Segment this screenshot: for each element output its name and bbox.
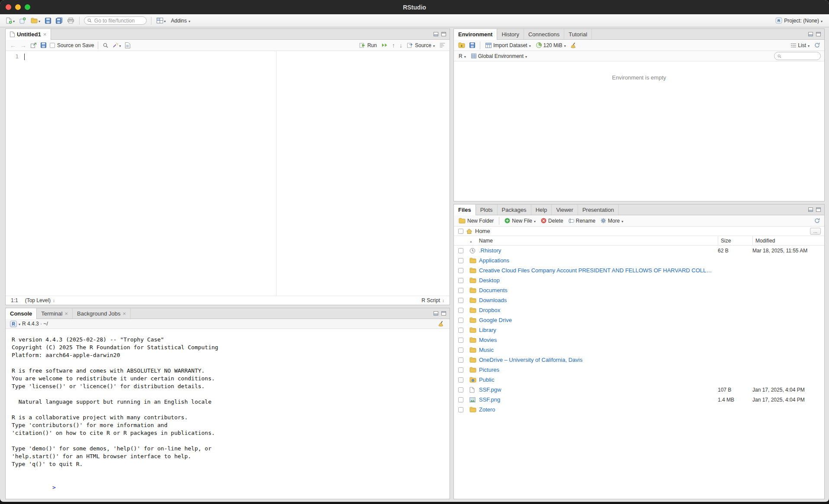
clear-console-icon[interactable] — [437, 320, 445, 328]
refresh-environment-icon[interactable] — [813, 41, 821, 49]
code-tools-icon[interactable] — [112, 41, 122, 49]
back-icon[interactable]: ← — [9, 42, 17, 49]
new-file-button[interactable] — [5, 16, 16, 25]
file-name-link[interactable]: Pictures — [479, 367, 718, 373]
scope-selector[interactable]: (Top Level) — [25, 297, 55, 303]
source-on-save-checkbox[interactable]: Source on Save — [50, 42, 94, 48]
breadcrumb-home[interactable]: Home — [475, 228, 490, 234]
display-mode-button[interactable]: List — [790, 41, 811, 49]
project-menu-button[interactable]: R Project: (None) — [774, 16, 824, 25]
file-checkbox[interactable] — [458, 338, 463, 343]
new-file-button[interactable]: New File — [503, 217, 537, 225]
console-body[interactable]: R version 4.4.3 (2025-02-28) -- "Trophy … — [6, 329, 450, 499]
refresh-files-icon[interactable] — [813, 217, 821, 224]
file-name-link[interactable]: SSF.png — [479, 396, 718, 403]
column-header-size[interactable]: Size — [718, 236, 752, 245]
file-checkbox[interactable] — [458, 308, 463, 313]
go-to-directory-button[interactable]: ... — [810, 228, 821, 235]
go-previous-section-icon[interactable]: ↑ — [391, 42, 396, 49]
file-checkbox[interactable] — [458, 387, 463, 392]
file-checkbox[interactable] — [458, 348, 463, 353]
file-name-link[interactable]: Movies — [479, 337, 718, 343]
tab-untitled1[interactable]: Untitled1 — [6, 29, 51, 40]
maximize-pane-icon[interactable] — [441, 311, 446, 316]
file-checkbox[interactable] — [458, 357, 463, 363]
column-header-modified[interactable]: Modified — [752, 236, 821, 245]
tab-help[interactable]: Help — [531, 204, 552, 215]
file-checkbox[interactable] — [458, 248, 463, 253]
file-name-link[interactable]: Zotero — [479, 406, 718, 413]
file-name-link[interactable]: Google Drive — [479, 317, 718, 323]
compile-report-icon[interactable] — [124, 41, 131, 49]
clear-environment-icon[interactable] — [570, 41, 578, 49]
file-name-link[interactable]: Dropbox — [479, 307, 718, 313]
tab-background-jobs[interactable]: Background Jobs — [73, 308, 131, 319]
sort-arrow-icon[interactable] — [469, 238, 472, 244]
tab-connections[interactable]: Connections — [524, 29, 564, 39]
tab-history[interactable]: History — [497, 29, 524, 39]
file-checkbox[interactable] — [458, 328, 463, 333]
file-checkbox[interactable] — [458, 268, 463, 273]
console-prompt[interactable]: > — [12, 476, 450, 499]
file-checkbox[interactable] — [458, 298, 463, 303]
find-replace-icon[interactable] — [102, 42, 109, 49]
save-workspace-icon[interactable] — [469, 41, 476, 49]
import-dataset-button[interactable]: Import Dataset — [484, 41, 532, 49]
maximize-pane-icon[interactable] — [441, 32, 446, 36]
tab-presentation[interactable]: Presentation — [578, 204, 619, 215]
forward-icon[interactable]: → — [19, 42, 27, 49]
file-name-link[interactable]: SSF.pgw — [479, 386, 718, 393]
file-name-link[interactable]: Library — [479, 327, 718, 333]
save-button[interactable] — [44, 17, 52, 25]
maximize-pane-icon[interactable] — [816, 207, 821, 212]
minimize-pane-icon[interactable] — [808, 207, 813, 212]
minimize-pane-icon[interactable] — [434, 32, 438, 36]
file-name-link[interactable]: Desktop — [479, 277, 718, 284]
file-name-link[interactable]: Music — [479, 347, 718, 353]
document-outline-icon[interactable] — [439, 42, 446, 48]
rename-button[interactable]: Rename — [567, 217, 597, 225]
r-version-menu[interactable]: R — [10, 321, 17, 327]
select-all-checkbox[interactable] — [458, 229, 463, 234]
tab-files[interactable]: Files — [454, 204, 476, 215]
file-name-link[interactable]: Applications — [479, 257, 718, 264]
column-header-name[interactable]: Name — [479, 236, 718, 245]
file-name-link[interactable]: .Rhistory — [479, 247, 718, 254]
file-checkbox[interactable] — [458, 258, 463, 263]
open-file-button[interactable] — [30, 16, 41, 25]
file-checkbox[interactable] — [458, 407, 463, 412]
new-folder-button[interactable]: New Folder — [457, 217, 495, 225]
run-button[interactable]: Run — [358, 41, 378, 49]
language-selector[interactable]: R — [457, 52, 467, 60]
file-name-link[interactable]: Downloads — [479, 297, 718, 303]
file-name-link[interactable]: Creative Cloud Files Company Account PRE… — [479, 267, 718, 274]
tab-plots[interactable]: Plots — [476, 204, 498, 215]
pane-layout-button[interactable] — [156, 16, 167, 25]
goto-file-input[interactable] — [93, 17, 143, 24]
tab-terminal[interactable]: Terminal — [37, 308, 73, 319]
file-name-link[interactable]: Documents — [479, 287, 718, 293]
rerun-icon[interactable] — [381, 42, 389, 48]
delete-button[interactable]: Delete — [540, 217, 565, 225]
tab-viewer[interactable]: Viewer — [552, 204, 578, 215]
popout-window-icon[interactable] — [30, 42, 37, 49]
code-area[interactable] — [23, 51, 450, 296]
minimize-pane-icon[interactable] — [808, 32, 813, 36]
file-name-link[interactable]: OneDrive – University of California, Dav… — [479, 357, 718, 363]
file-checkbox[interactable] — [458, 318, 463, 323]
file-type-selector[interactable]: R Script — [421, 297, 444, 303]
tab-environment[interactable]: Environment — [454, 29, 497, 40]
memory-usage-button[interactable]: 120 MiB — [535, 41, 567, 49]
file-checkbox[interactable] — [458, 367, 463, 373]
tab-tutorial[interactable]: Tutorial — [564, 29, 592, 39]
print-button[interactable] — [67, 17, 75, 24]
tab-console[interactable]: Console — [6, 308, 37, 319]
environment-search-input[interactable] — [783, 53, 817, 60]
addins-button[interactable]: Addins — [170, 17, 192, 25]
new-project-button[interactable] — [19, 16, 27, 25]
source-button[interactable]: Source — [406, 41, 436, 49]
file-checkbox[interactable] — [458, 377, 463, 383]
minimize-pane-icon[interactable] — [434, 311, 438, 316]
code-editor[interactable]: 1 — [6, 51, 450, 296]
environment-scope-selector[interactable]: Global Environment — [470, 52, 528, 60]
